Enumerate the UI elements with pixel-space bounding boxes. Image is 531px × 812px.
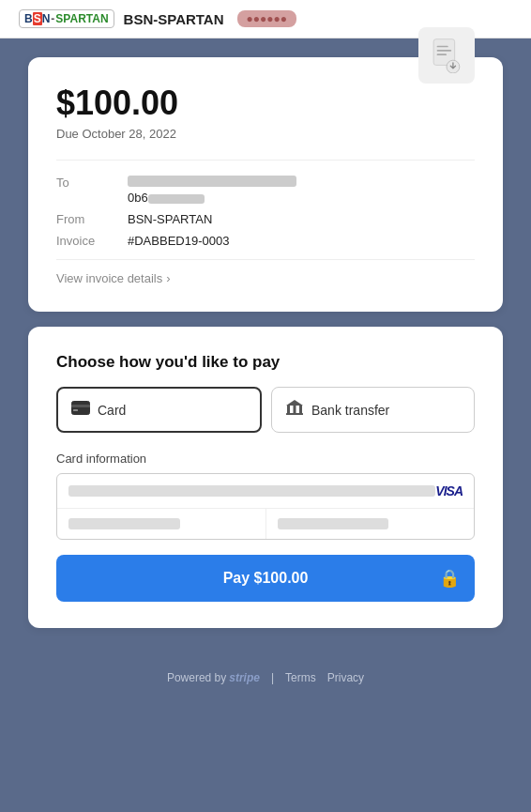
from-value: BSN-SPARTAN [128,212,212,226]
chevron-right-icon: › [166,271,170,285]
card-option[interactable]: Card [56,387,262,433]
invoice-number-row: Invoice #DABBED19-0003 [56,234,475,248]
brand-name: BSN-SPARTAN [124,11,224,27]
svg-rect-11 [299,406,302,413]
powered-by-text: Powered by [167,671,226,684]
logo-spartan: SPARTAN [55,12,108,25]
svg-rect-9 [287,406,290,413]
terms-link[interactable]: Terms [285,671,316,684]
to-value: 0b6 [128,176,296,205]
invoice-card: $100.00 Due October 28, 2022 To [28,57,503,312]
invoice-document-icon [418,27,475,84]
footer-divider: | [271,671,274,684]
privacy-link[interactable]: Privacy [327,671,364,684]
logo-dash: - [51,12,54,25]
svg-rect-1 [437,46,448,48]
card-bottom-row [57,509,474,539]
payment-title: Choose how you'd like to pay [56,353,475,372]
svg-rect-2 [437,50,452,52]
main-content: $100.00 Due October 28, 2022 To [0,38,531,656]
logo-b: B [24,12,33,25]
bank-option-label: Bank transfer [311,403,389,418]
card-number-row: VISA [57,474,474,509]
card-info-section: Card information VISA [56,452,475,540]
card-info-label: Card information [56,452,475,466]
svg-rect-12 [286,413,303,415]
payment-card: Choose how you'd like to pay Card [28,327,503,628]
powered-by-stripe: Powered by stripe [167,671,260,684]
pay-button[interactable]: Pay $100.00 🔒 [56,555,475,602]
to-label: To [56,176,113,205]
brand-logo: B S N - SPARTAN [19,9,114,28]
logo-n: N [42,12,51,25]
logo-s: S [33,12,42,25]
svg-rect-7 [73,409,78,411]
to-address-redacted [128,176,296,187]
from-label: From [56,212,113,226]
card-option-label: Card [98,403,126,418]
from-row: From BSN-SPARTAN [56,212,475,226]
view-invoice-button[interactable]: View invoice details › [56,259,475,285]
pay-button-label: Pay $100.00 [223,570,309,587]
invoice-details: To 0b6 From BSN-SPARTAN Invoice #DABBED1… [56,160,475,248]
card-expiry-input[interactable] [57,509,266,539]
invoice-amount: $100.00 [56,84,178,123]
account-badge: ●●●●●● [237,10,297,27]
card-number-input[interactable] [68,485,435,497]
stripe-logo-text: stripe [229,671,260,684]
visa-logo: VISA [435,483,463,498]
footer: Powered by stripe | Terms Privacy [152,656,379,699]
payment-options: Card Bank transfer [56,387,475,433]
svg-rect-3 [437,54,447,55]
card-input-group: VISA [56,473,475,540]
to-address-short: 0b6 [128,191,205,205]
view-invoice-text: View invoice details [56,271,162,285]
card-cvc-input[interactable] [266,509,475,539]
svg-rect-5 [72,402,90,415]
credit-card-icon [71,400,90,420]
invoice-label: Invoice [56,234,113,248]
svg-marker-8 [286,400,303,406]
svg-rect-10 [294,406,296,413]
to-row: To 0b6 [56,176,475,205]
invoice-number: #DABBED19-0003 [128,234,229,248]
bank-icon [285,399,304,421]
bank-transfer-option[interactable]: Bank transfer [271,387,475,433]
svg-rect-6 [71,405,90,407]
invoice-due-date: Due October 28, 2022 [56,127,178,141]
lock-icon: 🔒 [439,568,460,589]
